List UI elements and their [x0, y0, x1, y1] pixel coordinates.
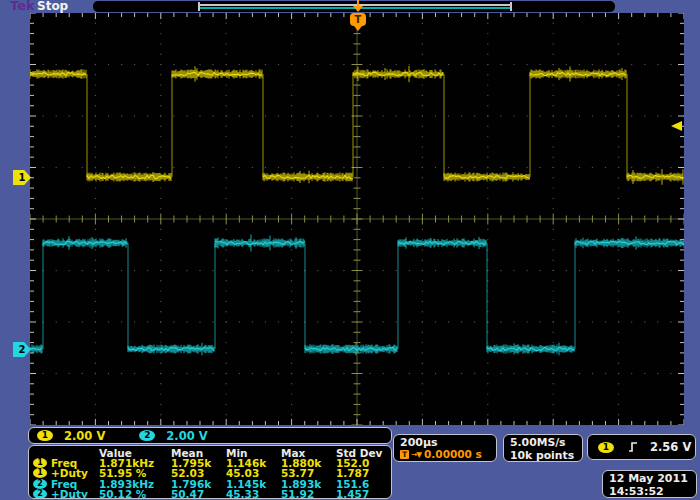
measure-mean: 50.47: [171, 489, 226, 499]
acquisition-status: Stop: [37, 0, 68, 13]
oscilloscope-screen: Tek Stop T 1 2 1 2.00 V 2 2.00 V Value M…: [0, 0, 700, 500]
time-readout: 14:53:52: [609, 485, 696, 498]
graticule: T: [30, 13, 684, 425]
datetime-box: 12 May 2011 14:53:52: [602, 470, 697, 498]
trigger-box: 1 2.56 V: [587, 434, 696, 460]
measure-value: 50.12 %: [99, 489, 171, 499]
delay-readout: 0.00000 s: [424, 449, 482, 460]
ch1-badge: 1: [37, 430, 53, 441]
ch1-marker-label: 1: [19, 172, 26, 183]
trigger-position-arrow-icon: [352, 0, 364, 12]
timebase-box: 200µs T →▼ 0.00000 s: [393, 434, 497, 462]
trigger-level-arrow: [671, 121, 682, 131]
trigger-position-flag: T: [350, 13, 366, 26]
ch2-scale-readout: 2.00 V: [166, 429, 207, 443]
ch2-badge: 2: [139, 430, 155, 441]
measure-value: 51.95 %: [99, 468, 171, 478]
measure-stddev: 1.457: [336, 489, 391, 499]
trigger-delay-icon: T: [400, 450, 409, 459]
ch2-badge: 2: [33, 489, 47, 499]
date-readout: 12 May 2011: [609, 472, 696, 485]
delay-arrows-icon: →▼: [411, 449, 421, 460]
record-length-readout: 10k points: [510, 449, 582, 462]
waveform-svg: [30, 13, 684, 425]
table-row: 2+Duty 50.12 % 50.47 45.33 51.92 1.457: [33, 489, 391, 499]
ch2-badge: 2: [33, 479, 47, 489]
sample-rate-readout: 5.00MS/s: [510, 436, 582, 449]
ch1-ground-marker: 1: [13, 170, 31, 185]
trigger-level-readout: 2.56 V: [650, 440, 691, 454]
channel-scale-bar: 1 2.00 V 2 2.00 V: [28, 427, 392, 444]
measure-stddev: 1.787: [336, 468, 391, 478]
record-window-bracket-left: [198, 2, 200, 11]
ch2-marker-label: 2: [19, 344, 26, 355]
ch1-badge: 1: [33, 458, 47, 468]
measure-mean: 52.03: [171, 468, 226, 478]
rising-edge-icon: [628, 441, 638, 453]
delay-line: T →▼ 0.00000 s: [400, 449, 496, 460]
record-window-bracket-right: [510, 2, 512, 11]
measurement-table: Value Mean Min Max Std Dev 1Freq 1.871kH…: [28, 445, 392, 499]
acquisition-box: 5.00MS/s 10k points: [503, 434, 583, 462]
measure-name: +Duty: [51, 468, 88, 478]
ch1-badge: 1: [33, 468, 47, 478]
trigger-flag-label: T: [355, 14, 362, 25]
ch1-scale-readout: 2.00 V: [64, 429, 105, 443]
measure-max: 51.92: [281, 489, 336, 499]
measure-max: 53.77: [281, 468, 336, 478]
measure-name: +Duty: [51, 489, 88, 499]
tek-logo: Tek: [10, 0, 35, 13]
trigger-flag-tip: [354, 26, 362, 31]
trigger-source-badge: 1: [598, 442, 614, 453]
measure-min: 45.33: [226, 489, 281, 499]
measure-min: 45.03: [226, 468, 281, 478]
ch2-ground-marker: 2: [13, 342, 31, 357]
